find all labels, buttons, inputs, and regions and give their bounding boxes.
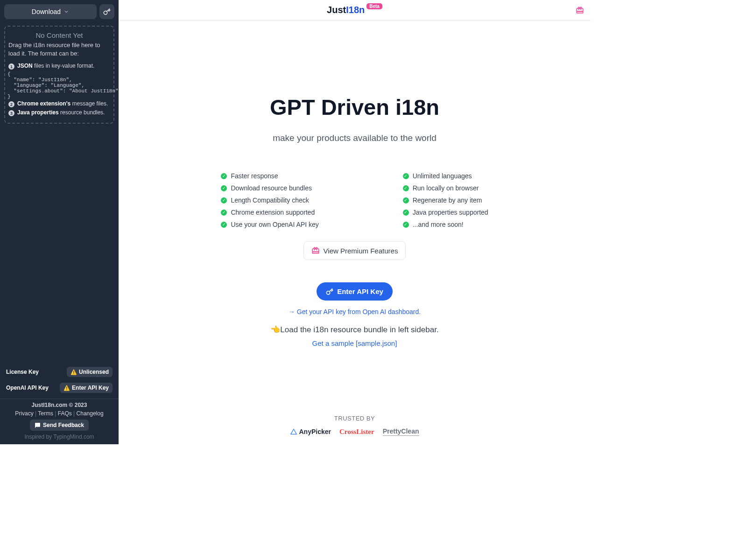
code-example: { "name": "JustI18n", "language": "Langu… — [7, 71, 110, 99]
check-icon: ✓ — [403, 197, 409, 203]
brand-crosslister[interactable]: CrossLister — [339, 428, 374, 436]
anypicker-icon — [290, 428, 297, 435]
content: GPT Driven i18n make your products avail… — [119, 21, 591, 444]
feature-item: ✓Java properties supported — [403, 209, 488, 216]
get-api-key-link[interactable]: → Get your API key from Open AI dashboar… — [289, 308, 421, 315]
license-key-label: License Key — [6, 369, 39, 375]
topbar: JustI18n Beta — [119, 0, 591, 21]
bullet-1: 1 — [8, 63, 14, 70]
api-key-button[interactable] — [99, 4, 114, 19]
premium-icon-button[interactable] — [576, 6, 584, 14]
feature-item: ✓Unlimited languages — [403, 172, 488, 180]
license-key-row: License Key ⚠️ Unlicensed — [4, 367, 114, 377]
bullet-2: 2 — [8, 101, 14, 107]
check-icon: ✓ — [221, 222, 227, 228]
terms-link[interactable]: Terms — [38, 410, 53, 417]
sample-link[interactable]: Get a sample [sample.json] — [312, 339, 397, 347]
gift-icon — [576, 6, 584, 14]
format-list-2: 2 Chrome extension's message files. 3 Ja… — [8, 100, 110, 116]
download-label: Download — [32, 8, 61, 15]
dropzone[interactable]: No Content Yet Drag the i18n resource fi… — [4, 26, 114, 124]
point-left-icon: 👈 — [270, 325, 280, 335]
bullet-3: 3 — [8, 110, 14, 116]
changelog-link[interactable]: Changelog — [77, 410, 104, 417]
check-icon: ✓ — [403, 222, 409, 228]
features-left: ✓Faster response ✓Download resource bund… — [221, 172, 318, 228]
format-item-json: 1 JSON files in key-value format. — [8, 63, 110, 70]
page-title: GPT Driven i18n — [270, 94, 439, 120]
beta-badge: Beta — [366, 3, 382, 9]
download-button[interactable]: Download — [4, 4, 97, 19]
feature-item: ✓Run locally on browser — [403, 184, 488, 192]
check-icon: ✓ — [221, 185, 227, 191]
feature-item: ✓Chrome extension supported — [221, 209, 318, 216]
dropzone-description: Drag the i18n resource file here to load… — [8, 41, 110, 58]
trusted-by: TRUSTED BY AnyPicker CrossLister PrettyC… — [119, 415, 591, 436]
faqs-link[interactable]: FAQs — [58, 410, 72, 417]
privacy-link[interactable]: Privacy — [15, 410, 33, 417]
sidebar: Download No Content Yet Drag the i18n re… — [0, 0, 119, 444]
load-hint: 👈Load the i18n resource bundle in left s… — [270, 325, 438, 335]
send-feedback-button[interactable]: Send Feedback — [30, 420, 89, 431]
key-icon — [326, 288, 333, 295]
copyright: JustI18n.com © 2023 — [4, 402, 114, 408]
key-icon — [103, 8, 111, 15]
features: ✓Faster response ✓Download resource bund… — [221, 172, 488, 228]
check-icon: ✓ — [221, 210, 227, 216]
check-icon: ✓ — [403, 210, 409, 216]
features-right: ✓Unlimited languages ✓Run locally on bro… — [403, 172, 488, 228]
inspired-by: Inspired by TypingMind.com — [4, 434, 114, 440]
view-premium-button[interactable]: View Premium Features — [303, 241, 406, 260]
main: JustI18n Beta GPT Driven i18n make your … — [119, 0, 591, 444]
inspired-link[interactable]: TypingMind.com — [53, 434, 94, 440]
chevron-down-icon — [63, 9, 69, 14]
brand-anypicker[interactable]: AnyPicker — [290, 428, 331, 435]
feature-item: ✓Faster response — [221, 172, 318, 180]
dropzone-title: No Content Yet — [8, 31, 110, 39]
trusted-label: TRUSTED BY — [119, 415, 591, 422]
chat-icon — [35, 422, 41, 428]
sidebar-toolbar: Download — [4, 4, 114, 19]
check-icon: ✓ — [221, 197, 227, 203]
feature-item: ✓...and more soon! — [403, 221, 488, 228]
enter-api-key-button[interactable]: Enter API Key — [317, 282, 393, 301]
check-icon: ✓ — [221, 173, 227, 179]
warning-icon: ⚠️ — [70, 369, 77, 375]
feature-item: ✓Download resource bundles — [221, 184, 318, 192]
footer-links: Privacy | Terms | FAQs | Changelog — [4, 410, 114, 417]
gift-icon — [311, 246, 320, 255]
page-subtitle: make your products available to the worl… — [273, 133, 437, 143]
warning-icon: ⚠️ — [63, 385, 70, 391]
feature-item: ✓Regenerate by any item — [403, 196, 488, 204]
openai-key-row: OpenAI API Key ⚠️ Enter API Key — [4, 383, 114, 393]
format-item-java: 3 Java properties resource bundles. — [8, 109, 110, 116]
trusted-logos: AnyPicker CrossLister PrettyClean — [119, 427, 591, 436]
feature-item: ✓Length Compatibility check — [221, 196, 318, 204]
check-icon: ✓ — [403, 185, 409, 191]
logo: JustI18n Beta — [327, 5, 382, 15]
openai-key-label: OpenAI API Key — [6, 385, 49, 391]
license-status-button[interactable]: ⚠️ Unlicensed — [67, 367, 113, 377]
divider — [0, 399, 119, 399]
format-item-chrome: 2 Chrome extension's message files. — [8, 100, 110, 107]
sidebar-footer: License Key ⚠️ Unlicensed OpenAI API Key… — [4, 362, 114, 440]
check-icon: ✓ — [403, 173, 409, 179]
format-list: 1 JSON files in key-value format. — [8, 63, 110, 70]
brand-prettyclean[interactable]: PrettyClean — [383, 427, 419, 436]
feature-item: ✓Use your own OpenAI API key — [221, 221, 318, 228]
openai-status-button[interactable]: ⚠️ Enter API Key — [60, 383, 113, 393]
spacer — [4, 124, 114, 362]
